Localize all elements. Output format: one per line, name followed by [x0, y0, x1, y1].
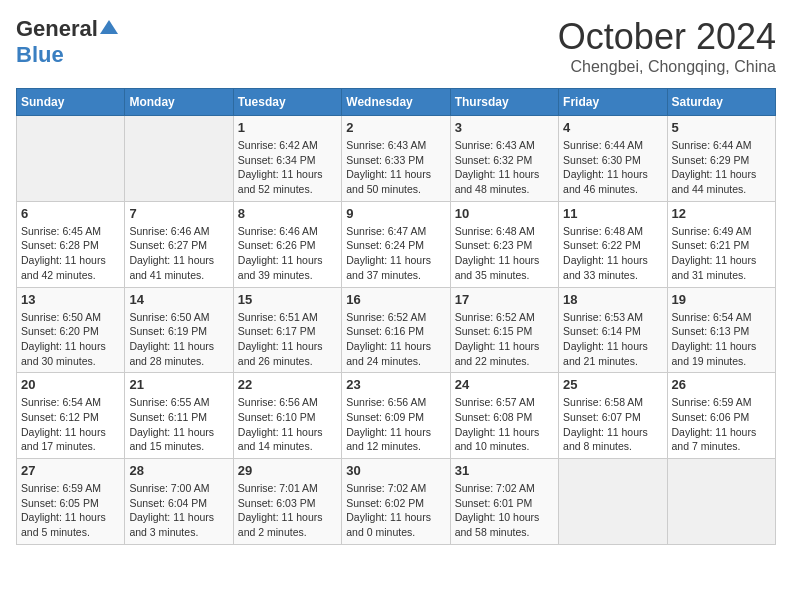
cell-sun-info: Sunrise: 7:02 AMSunset: 6:01 PMDaylight:… — [455, 481, 554, 540]
calendar-header: SundayMondayTuesdayWednesdayThursdayFrid… — [17, 89, 776, 116]
calendar-cell: 14Sunrise: 6:50 AMSunset: 6:19 PMDayligh… — [125, 287, 233, 373]
cell-date-number: 27 — [21, 463, 120, 478]
calendar-cell: 17Sunrise: 6:52 AMSunset: 6:15 PMDayligh… — [450, 287, 558, 373]
cell-date-number: 6 — [21, 206, 120, 221]
cell-date-number: 14 — [129, 292, 228, 307]
cell-date-number: 3 — [455, 120, 554, 135]
cell-date-number: 7 — [129, 206, 228, 221]
calendar-cell: 13Sunrise: 6:50 AMSunset: 6:20 PMDayligh… — [17, 287, 125, 373]
calendar-cell: 30Sunrise: 7:02 AMSunset: 6:02 PMDayligh… — [342, 459, 450, 545]
calendar-cell: 21Sunrise: 6:55 AMSunset: 6:11 PMDayligh… — [125, 373, 233, 459]
cell-sun-info: Sunrise: 6:48 AMSunset: 6:22 PMDaylight:… — [563, 224, 662, 283]
calendar-cell: 29Sunrise: 7:01 AMSunset: 6:03 PMDayligh… — [233, 459, 341, 545]
weekday-header-wednesday: Wednesday — [342, 89, 450, 116]
weekday-header-sunday: Sunday — [17, 89, 125, 116]
cell-date-number: 25 — [563, 377, 662, 392]
cell-sun-info: Sunrise: 6:56 AMSunset: 6:09 PMDaylight:… — [346, 395, 445, 454]
cell-sun-info: Sunrise: 6:49 AMSunset: 6:21 PMDaylight:… — [672, 224, 771, 283]
cell-sun-info: Sunrise: 7:01 AMSunset: 6:03 PMDaylight:… — [238, 481, 337, 540]
cell-sun-info: Sunrise: 6:54 AMSunset: 6:13 PMDaylight:… — [672, 310, 771, 369]
title-area: October 2024 Chengbei, Chongqing, China — [558, 16, 776, 76]
svg-marker-0 — [100, 20, 118, 34]
calendar-cell: 23Sunrise: 6:56 AMSunset: 6:09 PMDayligh… — [342, 373, 450, 459]
calendar-table: SundayMondayTuesdayWednesdayThursdayFrid… — [16, 88, 776, 545]
calendar-cell: 22Sunrise: 6:56 AMSunset: 6:10 PMDayligh… — [233, 373, 341, 459]
cell-sun-info: Sunrise: 6:58 AMSunset: 6:07 PMDaylight:… — [563, 395, 662, 454]
calendar-cell: 9Sunrise: 6:47 AMSunset: 6:24 PMDaylight… — [342, 201, 450, 287]
cell-date-number: 22 — [238, 377, 337, 392]
cell-date-number: 5 — [672, 120, 771, 135]
cell-sun-info: Sunrise: 6:59 AMSunset: 6:06 PMDaylight:… — [672, 395, 771, 454]
cell-sun-info: Sunrise: 7:02 AMSunset: 6:02 PMDaylight:… — [346, 481, 445, 540]
location-text: Chengbei, Chongqing, China — [558, 58, 776, 76]
cell-sun-info: Sunrise: 6:59 AMSunset: 6:05 PMDaylight:… — [21, 481, 120, 540]
cell-date-number: 20 — [21, 377, 120, 392]
weekday-header-friday: Friday — [559, 89, 667, 116]
calendar-cell: 26Sunrise: 6:59 AMSunset: 6:06 PMDayligh… — [667, 373, 775, 459]
cell-date-number: 1 — [238, 120, 337, 135]
cell-sun-info: Sunrise: 6:54 AMSunset: 6:12 PMDaylight:… — [21, 395, 120, 454]
cell-date-number: 24 — [455, 377, 554, 392]
calendar-cell — [559, 459, 667, 545]
cell-date-number: 19 — [672, 292, 771, 307]
logo-icon — [100, 18, 118, 36]
cell-date-number: 15 — [238, 292, 337, 307]
calendar-week-row: 13Sunrise: 6:50 AMSunset: 6:20 PMDayligh… — [17, 287, 776, 373]
cell-sun-info: Sunrise: 6:46 AMSunset: 6:26 PMDaylight:… — [238, 224, 337, 283]
calendar-cell — [667, 459, 775, 545]
cell-sun-info: Sunrise: 6:45 AMSunset: 6:28 PMDaylight:… — [21, 224, 120, 283]
cell-sun-info: Sunrise: 6:48 AMSunset: 6:23 PMDaylight:… — [455, 224, 554, 283]
cell-sun-info: Sunrise: 6:53 AMSunset: 6:14 PMDaylight:… — [563, 310, 662, 369]
calendar-cell: 11Sunrise: 6:48 AMSunset: 6:22 PMDayligh… — [559, 201, 667, 287]
cell-sun-info: Sunrise: 6:46 AMSunset: 6:27 PMDaylight:… — [129, 224, 228, 283]
weekday-header-row: SundayMondayTuesdayWednesdayThursdayFrid… — [17, 89, 776, 116]
calendar-cell: 31Sunrise: 7:02 AMSunset: 6:01 PMDayligh… — [450, 459, 558, 545]
cell-date-number: 10 — [455, 206, 554, 221]
cell-sun-info: Sunrise: 6:55 AMSunset: 6:11 PMDaylight:… — [129, 395, 228, 454]
calendar-cell: 27Sunrise: 6:59 AMSunset: 6:05 PMDayligh… — [17, 459, 125, 545]
calendar-cell: 25Sunrise: 6:58 AMSunset: 6:07 PMDayligh… — [559, 373, 667, 459]
cell-sun-info: Sunrise: 6:44 AMSunset: 6:29 PMDaylight:… — [672, 138, 771, 197]
cell-date-number: 17 — [455, 292, 554, 307]
cell-date-number: 28 — [129, 463, 228, 478]
logo-general-text: General — [16, 16, 98, 42]
calendar-cell: 18Sunrise: 6:53 AMSunset: 6:14 PMDayligh… — [559, 287, 667, 373]
calendar-body: 1Sunrise: 6:42 AMSunset: 6:34 PMDaylight… — [17, 116, 776, 545]
calendar-cell: 3Sunrise: 6:43 AMSunset: 6:32 PMDaylight… — [450, 116, 558, 202]
cell-sun-info: Sunrise: 6:52 AMSunset: 6:15 PMDaylight:… — [455, 310, 554, 369]
calendar-cell: 7Sunrise: 6:46 AMSunset: 6:27 PMDaylight… — [125, 201, 233, 287]
cell-sun-info: Sunrise: 6:43 AMSunset: 6:33 PMDaylight:… — [346, 138, 445, 197]
cell-sun-info: Sunrise: 6:47 AMSunset: 6:24 PMDaylight:… — [346, 224, 445, 283]
cell-sun-info: Sunrise: 6:42 AMSunset: 6:34 PMDaylight:… — [238, 138, 337, 197]
calendar-cell — [17, 116, 125, 202]
calendar-cell — [125, 116, 233, 202]
calendar-week-row: 27Sunrise: 6:59 AMSunset: 6:05 PMDayligh… — [17, 459, 776, 545]
calendar-cell: 16Sunrise: 6:52 AMSunset: 6:16 PMDayligh… — [342, 287, 450, 373]
cell-sun-info: Sunrise: 6:56 AMSunset: 6:10 PMDaylight:… — [238, 395, 337, 454]
calendar-cell: 28Sunrise: 7:00 AMSunset: 6:04 PMDayligh… — [125, 459, 233, 545]
calendar-week-row: 6Sunrise: 6:45 AMSunset: 6:28 PMDaylight… — [17, 201, 776, 287]
calendar-cell: 8Sunrise: 6:46 AMSunset: 6:26 PMDaylight… — [233, 201, 341, 287]
cell-date-number: 29 — [238, 463, 337, 478]
page-header: General Blue October 2024 Chengbei, Chon… — [16, 16, 776, 76]
cell-sun-info: Sunrise: 6:50 AMSunset: 6:20 PMDaylight:… — [21, 310, 120, 369]
calendar-cell: 4Sunrise: 6:44 AMSunset: 6:30 PMDaylight… — [559, 116, 667, 202]
cell-sun-info: Sunrise: 6:51 AMSunset: 6:17 PMDaylight:… — [238, 310, 337, 369]
cell-date-number: 9 — [346, 206, 445, 221]
calendar-cell: 6Sunrise: 6:45 AMSunset: 6:28 PMDaylight… — [17, 201, 125, 287]
weekday-header-saturday: Saturday — [667, 89, 775, 116]
calendar-cell: 10Sunrise: 6:48 AMSunset: 6:23 PMDayligh… — [450, 201, 558, 287]
weekday-header-thursday: Thursday — [450, 89, 558, 116]
calendar-cell: 2Sunrise: 6:43 AMSunset: 6:33 PMDaylight… — [342, 116, 450, 202]
calendar-cell: 20Sunrise: 6:54 AMSunset: 6:12 PMDayligh… — [17, 373, 125, 459]
weekday-header-monday: Monday — [125, 89, 233, 116]
cell-sun-info: Sunrise: 6:44 AMSunset: 6:30 PMDaylight:… — [563, 138, 662, 197]
calendar-cell: 12Sunrise: 6:49 AMSunset: 6:21 PMDayligh… — [667, 201, 775, 287]
cell-sun-info: Sunrise: 6:57 AMSunset: 6:08 PMDaylight:… — [455, 395, 554, 454]
calendar-cell: 19Sunrise: 6:54 AMSunset: 6:13 PMDayligh… — [667, 287, 775, 373]
calendar-week-row: 20Sunrise: 6:54 AMSunset: 6:12 PMDayligh… — [17, 373, 776, 459]
cell-date-number: 31 — [455, 463, 554, 478]
calendar-cell: 1Sunrise: 6:42 AMSunset: 6:34 PMDaylight… — [233, 116, 341, 202]
calendar-week-row: 1Sunrise: 6:42 AMSunset: 6:34 PMDaylight… — [17, 116, 776, 202]
cell-date-number: 18 — [563, 292, 662, 307]
